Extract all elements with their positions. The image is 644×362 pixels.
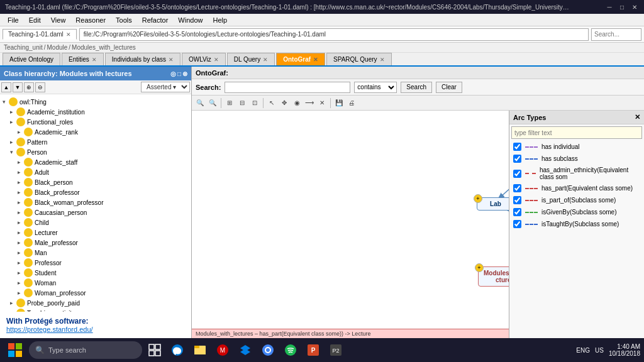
file-tab-close[interactable]: ✕ (66, 31, 71, 38)
search-button[interactable]: Search (401, 82, 432, 93)
tree-node-academic_rank[interactable]: ▸Academic_rank (3, 127, 189, 137)
tree-node-student[interactable]: ▸Student (3, 268, 189, 278)
arc-item-checkbox[interactable] (513, 143, 521, 151)
spotify-button[interactable] (280, 340, 301, 360)
clear-button[interactable]: Clear (436, 82, 462, 93)
arc-item-checkbox[interactable] (513, 208, 521, 216)
add-class-button[interactable]: ⊕ (24, 82, 34, 92)
arrange-button[interactable]: ⊟ (236, 97, 248, 109)
taskbar-search-box[interactable]: 🔍 Type search (29, 341, 142, 359)
chrome-button[interactable] (258, 340, 278, 360)
taskbar-app[interactable]: P2 (326, 340, 346, 360)
ctrl-icon[interactable]: □ (177, 70, 181, 77)
tree-node-person[interactable]: ▾Person (3, 147, 189, 157)
maximize-button[interactable]: □ (618, 3, 626, 11)
tree-node-adult[interactable]: ▸Adult (3, 167, 189, 177)
tree-node-man[interactable]: ▸Man (3, 248, 189, 258)
tree-node-woman_professor[interactable]: ▸Woman_professor (3, 288, 189, 298)
expand-all-button[interactable]: ▲ (1, 82, 11, 92)
collapse-all-button[interactable]: ▼ (13, 82, 23, 92)
address-search-input[interactable] (591, 28, 641, 41)
arc-item[interactable]: is_part_of(Subclass some) (509, 194, 644, 206)
tree-node-academic_institution[interactable]: ▸Academic_institution (3, 107, 189, 117)
arc-item-checkbox[interactable] (513, 196, 521, 204)
tree-node-woman[interactable]: ▸Woman (3, 278, 189, 288)
explorer-button[interactable] (190, 340, 210, 360)
arc-item-checkbox[interactable] (513, 184, 521, 192)
fit-button[interactable]: ⊡ (249, 97, 260, 109)
tab-sparql[interactable]: SPARQL Query✕ (326, 53, 391, 65)
menu-item-tools[interactable]: Tools (111, 14, 137, 26)
zoom-out-button[interactable]: 🔍 (207, 97, 218, 109)
ctrl-icon[interactable]: ⊗ (182, 70, 187, 77)
delete-button[interactable]: ✕ (316, 97, 328, 109)
close-button[interactable]: ✕ (630, 3, 639, 11)
taskview-button[interactable] (145, 340, 165, 360)
tree-node-owl_thing[interactable]: ▾owl:Thing (3, 97, 189, 107)
start-button[interactable] (4, 339, 26, 361)
print-button[interactable]: 🖨 (346, 97, 357, 109)
search-input[interactable] (225, 82, 350, 93)
address-path[interactable]: file:/C:/Program%20Files/oiled-3-5-5/ont… (79, 28, 589, 41)
tab-sparql-close[interactable]: ✕ (380, 57, 385, 63)
tab-ontograf[interactable]: OntoGraf✕ (276, 53, 325, 65)
arc-item[interactable]: has individual (509, 141, 644, 153)
arc-item-checkbox[interactable] (513, 155, 521, 163)
select-button[interactable]: ↖ (266, 97, 277, 109)
tab-dlquery-close[interactable]: ✕ (263, 57, 268, 63)
powerpoint-button[interactable]: P (303, 340, 323, 360)
ctrl-icon[interactable]: ◎ (170, 70, 176, 77)
tree-node-lecturer[interactable]: ▸Lecturer (3, 228, 189, 238)
tab-active-ontology[interactable]: Active Ontology (3, 53, 60, 65)
arc-item[interactable]: has_admin_ethnicity(Equivalent class som (509, 165, 644, 182)
minimize-button[interactable]: ─ (605, 3, 614, 11)
mcafee-button[interactable]: M (213, 340, 233, 360)
tab-entities[interactable]: Entities✕ (62, 53, 104, 65)
arc-item[interactable]: has subclass (509, 153, 644, 165)
add-edge-button[interactable]: ⟶ (304, 97, 315, 109)
arc-filter-input[interactable] (511, 126, 642, 139)
arc-panel-close[interactable]: ✕ (635, 113, 640, 121)
layout-button[interactable]: ⊞ (224, 97, 235, 109)
search-type-select[interactable]: contains starts with equals (354, 82, 397, 93)
tab-individuals-close[interactable]: ✕ (169, 57, 174, 63)
zoom-in-button[interactable]: 🔍 (194, 97, 206, 109)
arc-item[interactable]: has_part(Equivalent class some) (509, 182, 644, 194)
file-tab[interactable]: Teaching-1-01.daml ✕ (3, 29, 77, 40)
arc-item[interactable]: isGivenBy(Subclass some) (509, 206, 644, 218)
add-node-button[interactable]: ◉ (291, 97, 303, 109)
promo-link[interactable]: https://protege.stanford.edu/ (6, 326, 185, 333)
menu-item-file[interactable]: File (3, 14, 24, 26)
tree-node-functional_roles[interactable]: ▸Functional_roles (3, 117, 189, 127)
tree-node-black_person[interactable]: ▸Black_person (3, 177, 189, 187)
tree-node-professor[interactable]: ▸Professor (3, 258, 189, 268)
tree-node-academic_staff[interactable]: ▸Academic_staff (3, 157, 189, 167)
menu-item-help[interactable]: Help (208, 14, 232, 26)
export-button[interactable]: 💾 (333, 97, 345, 109)
remove-class-button[interactable]: ⊖ (35, 82, 45, 92)
dropbox-button[interactable] (235, 340, 255, 360)
node-modules-with-lectures[interactable]: Modules_with_lectures (478, 266, 509, 287)
arc-item-checkbox[interactable] (513, 170, 521, 178)
menu-item-reasoner[interactable]: Reasoner (70, 14, 111, 26)
move-button[interactable]: ✥ (279, 97, 290, 109)
edge-button[interactable] (167, 340, 187, 360)
menu-item-edit[interactable]: Edit (24, 14, 46, 26)
graf-canvas[interactable]: Teaching_activity owl:Thing Teaching_uni… (192, 111, 509, 338)
tab-owlviz[interactable]: OWLViz✕ (182, 53, 226, 65)
tree-node-probe_poorly_paid[interactable]: ▸Probe_poorly_paid (3, 298, 189, 308)
tree-node-black_professor[interactable]: ▸Black_professor (3, 187, 189, 197)
arc-item-checkbox[interactable] (513, 220, 521, 228)
tree-node-child[interactable]: ▸Child (3, 217, 189, 228)
tab-individuals[interactable]: Individuals by class✕ (105, 53, 180, 65)
tab-ontograf-close[interactable]: ✕ (313, 57, 318, 63)
menu-item-refactor[interactable]: Refactor (137, 14, 174, 26)
asserted-select[interactable]: Asserted ▾ Inferred (141, 82, 190, 92)
tree-node-black_woman_professor[interactable]: ▸Black_woman_professor (3, 197, 189, 207)
tree-node-caucasian_person[interactable]: ▸Caucasian_person (3, 207, 189, 217)
tree-node-pattern[interactable]: ▸Pattern (3, 137, 189, 147)
arc-item[interactable]: isTaughtBy(Subclass some) (509, 218, 644, 230)
node-lab[interactable]: Lab (477, 197, 509, 211)
menu-item-window[interactable]: Window (173, 14, 208, 26)
tab-owlviz-close[interactable]: ✕ (214, 57, 219, 63)
